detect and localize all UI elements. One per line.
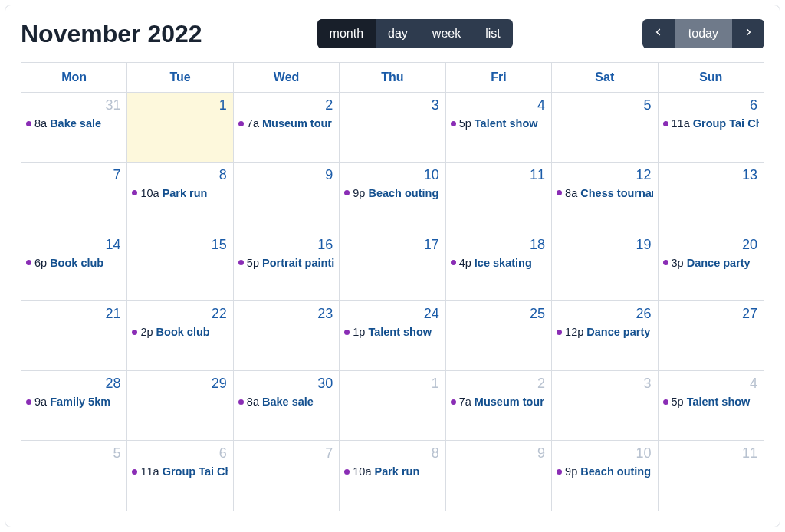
day-cell[interactable]: 27 bbox=[659, 301, 764, 371]
event-dot-icon bbox=[451, 260, 456, 265]
event-dot-icon bbox=[451, 399, 456, 405]
event-title: Group Tai Chi bbox=[693, 117, 759, 130]
day-cell[interactable]: 184pIce skating bbox=[446, 232, 552, 302]
calendar-event[interactable]: 7aMuseum tour bbox=[451, 395, 547, 409]
calendar-event[interactable]: 5pTalent show bbox=[451, 117, 547, 130]
day-cell[interactable]: 27aMuseum tour bbox=[446, 371, 552, 441]
event-time: 5p bbox=[459, 117, 471, 130]
day-cell[interactable]: 165pPortrait painting bbox=[234, 232, 340, 302]
day-cell[interactable]: 128aChess tournament bbox=[552, 163, 658, 232]
day-cell[interactable]: 308aBake sale bbox=[234, 371, 340, 441]
day-cell[interactable]: 45pTalent show bbox=[659, 371, 764, 441]
day-cell[interactable]: 810aPark run bbox=[340, 441, 445, 511]
day-cell[interactable]: 7 bbox=[21, 163, 127, 232]
day-cell[interactable]: 109pBeach outing bbox=[552, 441, 658, 511]
calendar-event[interactable]: 8aChess tournament bbox=[557, 186, 652, 200]
event-time: 10a bbox=[353, 465, 371, 478]
event-title: Beach outing bbox=[368, 187, 438, 199]
day-cell[interactable]: 15 bbox=[127, 232, 233, 302]
week-row: 146pBook club15165pPortrait painting1718… bbox=[21, 232, 764, 302]
calendar-event[interactable]: 6pBook club bbox=[26, 256, 122, 270]
day-number: 16 bbox=[238, 235, 334, 256]
event-time: 7a bbox=[459, 396, 471, 408]
day-cell[interactable]: 2612pDance party bbox=[552, 301, 658, 371]
day-cell[interactable]: 109pBeach outing bbox=[340, 163, 445, 232]
view-week-button[interactable]: week bbox=[420, 19, 473, 48]
event-time: 9a bbox=[34, 396, 47, 408]
day-number: 11 bbox=[663, 444, 759, 465]
day-cell[interactable]: 9 bbox=[446, 441, 552, 511]
day-cell[interactable]: 19 bbox=[552, 232, 658, 302]
event-dot-icon bbox=[344, 469, 350, 475]
week-row: 7810aPark run9109pBeach outing11128aChes… bbox=[21, 163, 764, 232]
day-cell[interactable]: 1 bbox=[127, 93, 233, 163]
event-dot-icon bbox=[26, 121, 31, 126]
today-button[interactable]: today bbox=[675, 19, 732, 48]
day-cell[interactable]: 3 bbox=[552, 371, 658, 441]
day-cell[interactable]: 13 bbox=[659, 163, 764, 232]
day-cell[interactable]: 289aFamily 5km bbox=[21, 371, 127, 441]
day-number: 20 bbox=[663, 235, 759, 256]
prev-button[interactable] bbox=[642, 19, 675, 48]
day-cell[interactable]: 3 bbox=[340, 93, 445, 163]
event-title: Dance party bbox=[687, 257, 751, 269]
calendar-event[interactable]: 7aMuseum tour bbox=[238, 117, 334, 130]
day-number: 2 bbox=[451, 374, 547, 395]
day-cell[interactable]: 810aPark run bbox=[127, 163, 233, 232]
day-cell[interactable]: 146pBook club bbox=[21, 232, 127, 302]
calendar-event[interactable]: 5pPortrait painting bbox=[238, 256, 334, 270]
calendar-event[interactable]: 5pTalent show bbox=[663, 395, 759, 409]
calendar-event[interactable]: 12pDance party bbox=[557, 325, 652, 339]
day-cell[interactable]: 45pTalent show bbox=[446, 93, 552, 163]
view-day-button[interactable]: day bbox=[376, 19, 420, 48]
event-time: 5p bbox=[247, 257, 259, 269]
event-dot-icon bbox=[663, 399, 668, 405]
day-number: 6 bbox=[663, 96, 759, 117]
day-cell[interactable]: 17 bbox=[340, 232, 445, 302]
calendar-event[interactable]: 8aBake sale bbox=[26, 117, 122, 130]
event-dot-icon bbox=[663, 260, 668, 265]
event-time: 1p bbox=[353, 326, 365, 338]
day-number: 29 bbox=[132, 374, 228, 395]
day-cell[interactable]: 241pTalent show bbox=[340, 301, 445, 371]
next-button[interactable] bbox=[732, 19, 764, 48]
day-number: 22 bbox=[132, 304, 228, 325]
calendar-event[interactable]: 10aPark run bbox=[344, 465, 440, 478]
event-time: 2p bbox=[140, 326, 153, 338]
calendar-event[interactable]: 9aFamily 5km bbox=[26, 395, 122, 409]
day-cell[interactable]: 21 bbox=[21, 301, 127, 371]
day-number: 10 bbox=[557, 444, 652, 465]
calendar-event[interactable]: 4pIce skating bbox=[451, 256, 547, 270]
calendar-event[interactable]: 11aGroup Tai Chi bbox=[663, 117, 759, 130]
day-number: 26 bbox=[557, 304, 652, 325]
view-list-button[interactable]: list bbox=[473, 19, 513, 48]
day-cell[interactable]: 23 bbox=[234, 301, 340, 371]
calendar-event[interactable]: 8aBake sale bbox=[238, 395, 334, 409]
day-cell[interactable]: 11 bbox=[659, 441, 764, 511]
view-switcher: month day week list bbox=[317, 19, 513, 48]
calendar-event[interactable]: 1pTalent show bbox=[344, 325, 440, 339]
day-cell[interactable]: 203pDance party bbox=[659, 232, 764, 302]
calendar-event[interactable]: 3pDance party bbox=[663, 256, 759, 270]
day-cell[interactable]: 9 bbox=[234, 163, 340, 232]
day-cell[interactable]: 5 bbox=[552, 93, 658, 163]
calendar-event[interactable]: 11aGroup Tai Chi bbox=[132, 465, 228, 478]
day-cell[interactable]: 25 bbox=[446, 301, 552, 371]
day-cell[interactable]: 27aMuseum tour bbox=[234, 93, 340, 163]
day-cell[interactable]: 5 bbox=[21, 441, 127, 511]
view-month-button[interactable]: month bbox=[317, 19, 376, 48]
day-cell[interactable]: 11 bbox=[446, 163, 552, 232]
day-cell[interactable]: 1 bbox=[340, 371, 445, 441]
event-title: Talent show bbox=[687, 396, 751, 408]
day-cell[interactable]: 318aBake sale bbox=[21, 93, 127, 163]
day-cell[interactable]: 611aGroup Tai Chi bbox=[659, 93, 764, 163]
calendar-event[interactable]: 9pBeach outing bbox=[344, 186, 440, 200]
nav-group: today bbox=[642, 19, 764, 48]
calendar-event[interactable]: 10aPark run bbox=[132, 186, 228, 200]
day-cell[interactable]: 7 bbox=[234, 441, 340, 511]
day-cell[interactable]: 222pBook club bbox=[127, 301, 233, 371]
calendar-event[interactable]: 9pBeach outing bbox=[557, 465, 652, 478]
day-cell[interactable]: 611aGroup Tai Chi bbox=[127, 441, 233, 511]
day-cell[interactable]: 29 bbox=[127, 371, 233, 441]
calendar-event[interactable]: 2pBook club bbox=[132, 325, 228, 339]
